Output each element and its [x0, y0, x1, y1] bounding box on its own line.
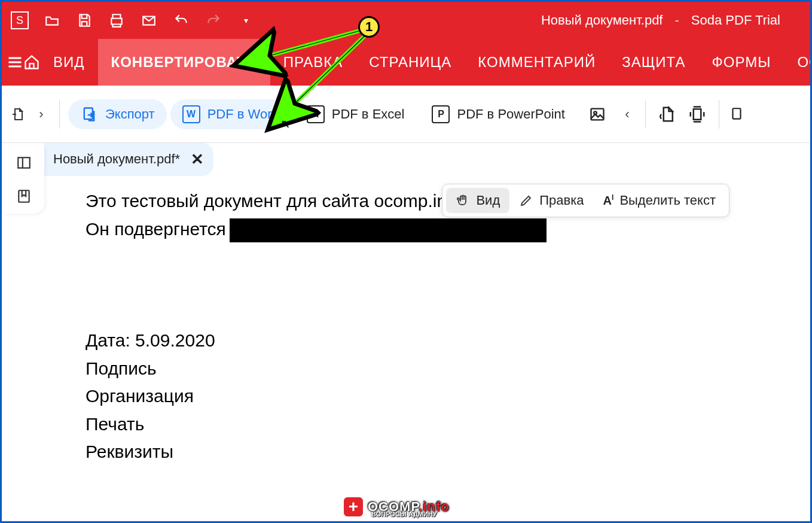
pdf-to-ppt-label: PDF в PowerPoint: [457, 107, 564, 122]
divider: [645, 100, 646, 129]
annotation-step-marker: 1: [358, 16, 380, 38]
doc-org: Организация: [86, 382, 810, 411]
mode-view-label: Вид: [476, 193, 500, 208]
watermark: + OCOMP.info ВОПРОСЫ АДМИНУ: [343, 496, 450, 518]
email-icon[interactable]: [137, 8, 161, 32]
mode-edit-button[interactable]: Правка: [509, 188, 593, 213]
open-icon[interactable]: [40, 8, 64, 32]
tab-label: OCR: [797, 54, 812, 71]
floating-toolbar: Вид Правка AI Выделить текст: [442, 184, 729, 217]
svg-rect-4: [732, 108, 740, 118]
panel-toggle-icon[interactable]: [15, 154, 33, 172]
tab-view[interactable]: ВИД: [40, 39, 98, 86]
doc-signature: Подпись: [86, 355, 810, 383]
document-tab-label: Новый документ.pdf*: [53, 151, 180, 167]
tab-ocr[interactable]: OCR: [784, 39, 812, 86]
undo-icon[interactable]: [169, 8, 193, 32]
mode-select-text-button[interactable]: AI Выделить текст: [594, 188, 725, 213]
ribbon-file-icon[interactable]: [9, 105, 28, 124]
document-content: Это тестовый документ для сайта ocomp.in…: [2, 175, 810, 466]
app-logo[interactable]: S: [8, 8, 32, 32]
tab-label: ПРАВКА: [283, 54, 343, 71]
document-tab[interactable]: Новый документ.pdf* ✕: [44, 143, 213, 176]
mouse-cursor-icon: ↖: [280, 117, 291, 131]
annotation-step-number: 1: [365, 19, 373, 35]
tab-protect[interactable]: ЗАЩИТА: [609, 39, 698, 86]
home-icon[interactable]: [23, 48, 40, 77]
svg-rect-1: [591, 108, 603, 120]
svg-rect-6: [19, 190, 29, 202]
svg-rect-5: [18, 157, 30, 168]
main-tabs: ВИД КОНВЕРТИРОВАТЬ ПРАВКА СТРАНИЦА КОММЕ…: [2, 39, 810, 86]
bookmark-icon[interactable]: [15, 187, 33, 205]
export-button[interactable]: Экспорт: [68, 99, 167, 129]
pdf-to-excel-button[interactable]: X PDF в Excel: [295, 99, 417, 129]
doc-details: Реквизиты: [86, 438, 810, 466]
tab-label: ФОРМЫ: [712, 54, 771, 71]
excel-icon: X: [307, 105, 325, 123]
divider: [59, 100, 60, 129]
ribbon-tool-3-icon[interactable]: [728, 105, 746, 124]
image-icon: [589, 106, 606, 123]
print-icon[interactable]: [105, 8, 129, 32]
tab-forms[interactable]: ФОРМЫ: [698, 39, 784, 86]
tab-comment[interactable]: КОММЕНТАРИЙ: [465, 39, 609, 86]
quick-access-toolbar: S ▾ Новый документ.pdf - Soda PDF Trial: [2, 2, 810, 39]
mode-edit-label: Правка: [539, 193, 584, 208]
tab-label: СТРАНИЦА: [369, 54, 451, 71]
svg-rect-3: [694, 109, 701, 120]
doc-line-2-prefix: Он подвергнется: [86, 219, 226, 239]
text-select-icon: AI: [603, 193, 614, 208]
pdf-to-image-button[interactable]: [581, 100, 614, 129]
tab-label: ВИД: [53, 54, 85, 71]
export-icon: [80, 105, 98, 123]
ribbon-tool-2-icon[interactable]: [684, 105, 710, 124]
doc-stamp: Печать: [86, 411, 810, 439]
product-name: Soda PDF Trial: [691, 13, 780, 28]
watermark-subtitle: ВОПРОСЫ АДМИНУ: [371, 510, 437, 518]
document-title: Новый документ.pdf: [541, 13, 663, 28]
tab-edit[interactable]: ПРАВКА: [270, 39, 356, 86]
export-label: Экспорт: [105, 107, 155, 122]
ribbon-nav-right-icon[interactable]: ›: [32, 105, 51, 124]
tab-label: КОММЕНТАРИЙ: [478, 54, 596, 71]
redacted-block: [230, 218, 547, 242]
dropdown-icon[interactable]: ▾: [234, 8, 258, 32]
title-separator: -: [675, 13, 679, 28]
doc-line-2: Он подвергнется: [86, 215, 810, 244]
mode-select-label: Выделить текст: [619, 193, 716, 208]
title-bar: Новый документ.pdf - Soda PDF Trial: [541, 13, 804, 28]
ribbon-toolbar: › Экспорт W PDF в Word X PDF в Excel P P…: [2, 86, 810, 143]
divider: [719, 100, 719, 129]
pdf-to-excel-label: PDF в Excel: [332, 107, 405, 122]
left-mini-sidebar: [4, 145, 44, 214]
pdf-to-word-button[interactable]: W PDF в Word: [170, 99, 291, 129]
pencil-icon: [519, 193, 533, 208]
ppt-icon: P: [432, 105, 450, 123]
ribbon-tool-1-icon[interactable]: [654, 105, 680, 124]
ribbon-scroll-left-icon[interactable]: ‹: [618, 105, 637, 124]
redo-icon[interactable]: [202, 8, 225, 32]
close-tab-icon[interactable]: ✕: [191, 150, 204, 169]
tab-label: КОНВЕРТИРОВАТЬ: [111, 54, 257, 71]
pdf-to-word-label: PDF в Word: [207, 107, 279, 122]
document-tab-row: Новый документ.pdf* ✕: [2, 143, 810, 175]
mode-view-button[interactable]: Вид: [446, 188, 509, 213]
hand-icon: [456, 193, 470, 208]
word-icon: W: [182, 105, 200, 123]
save-icon[interactable]: [72, 8, 96, 32]
hamburger-menu-icon[interactable]: [7, 48, 23, 77]
watermark-plus-icon: +: [343, 496, 364, 518]
tab-page[interactable]: СТРАНИЦА: [356, 39, 465, 86]
tab-convert[interactable]: КОНВЕРТИРОВАТЬ: [98, 39, 270, 86]
pdf-to-ppt-button[interactable]: P PDF в PowerPoint: [420, 99, 576, 129]
doc-date: Дата: 5.09.2020: [86, 327, 810, 355]
tab-label: ЗАЩИТА: [622, 54, 685, 71]
